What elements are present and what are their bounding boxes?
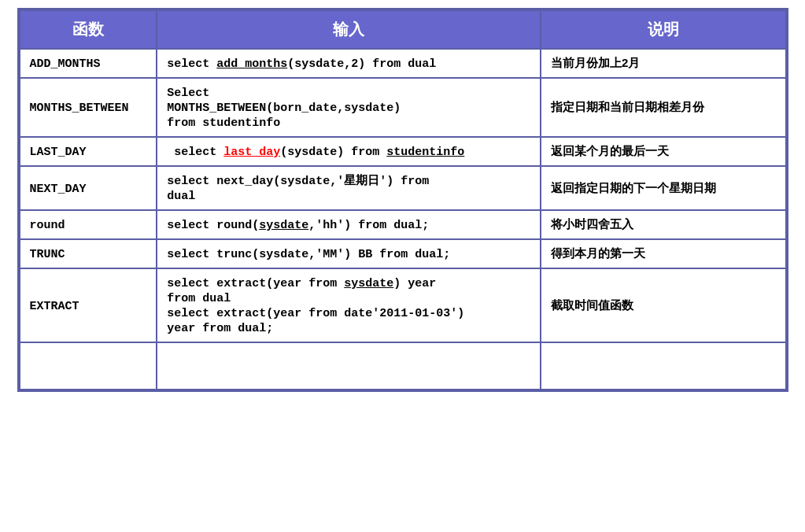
desc-cell: 截取时间值函数 <box>541 268 786 342</box>
func-name: MONTHS_BETWEEN <box>30 102 129 115</box>
empty-cell <box>541 342 786 390</box>
desc-text: 得到本月的第一天 <box>551 246 645 260</box>
empty-cell <box>20 342 157 390</box>
func-name: EXTRACT <box>30 300 79 313</box>
desc-cell: 当前月份加上2月 <box>541 49 786 78</box>
desc-text: 指定日期和当前日期相差月份 <box>551 100 704 113</box>
input-cell: SelectMONTHS_BETWEEN(born_date,sysdate)f… <box>157 78 541 137</box>
input-cell: select next_day(sysdate,'星期日') fromdual <box>157 166 541 210</box>
header-desc: 说明 <box>541 10 786 49</box>
desc-text: 返回某个月的最后一天 <box>551 144 669 157</box>
input-text: select round(sysdate,'hh') from dual; <box>167 219 429 232</box>
input-cell: select last_day(sysdate) from studentinf… <box>157 137 541 166</box>
functions-table: 函数 输入 说明 ADD_MONTHS select add_months(sy… <box>19 9 787 390</box>
input-text: select next_day(sysdate,'星期日') fromdual <box>167 175 429 203</box>
input-cell: select round(sysdate,'hh') from dual; <box>157 210 541 239</box>
header-input: 输入 <box>157 10 541 49</box>
input-cell: select extract(year from sysdate) yearfr… <box>157 268 541 342</box>
table-row: ADD_MONTHS select add_months(sysdate,2) … <box>20 49 786 78</box>
input-text: select add_months(sysdate,2) from dual <box>167 57 436 71</box>
input-cell: select trunc(sysdate,'MM') BB from dual; <box>157 239 541 268</box>
desc-text: 截取时间值函数 <box>551 298 633 312</box>
desc-cell: 得到本月的第一天 <box>541 239 786 268</box>
table-row: NEXT_DAY select next_day(sysdate,'星期日') … <box>20 166 786 210</box>
desc-cell: 将小时四舍五入 <box>541 210 786 239</box>
input-cell: select add_months(sysdate,2) from dual <box>157 49 541 78</box>
input-text: select last_day(sysdate) from studentinf… <box>167 146 464 159</box>
func-cell: round <box>20 210 157 239</box>
table-row: LAST_DAY select last_day(sysdate) from s… <box>20 137 786 166</box>
func-cell: TRUNC <box>20 239 157 268</box>
table-row: round select round(sysdate,'hh') from du… <box>20 210 786 239</box>
table-header-row: 函数 输入 说明 <box>20 10 786 49</box>
func-name: LAST_DAY <box>30 146 87 159</box>
func-cell: LAST_DAY <box>20 137 157 166</box>
input-text: select extract(year from sysdate) yearfr… <box>167 277 464 335</box>
table-row-empty <box>20 342 786 390</box>
func-name: ADD_MONTHS <box>30 57 101 71</box>
empty-cell <box>157 342 541 390</box>
input-text: select trunc(sysdate,'MM') BB from dual; <box>167 248 450 261</box>
func-name: TRUNC <box>30 248 65 261</box>
func-cell: ADD_MONTHS <box>20 49 157 78</box>
func-name: round <box>30 219 65 232</box>
desc-text: 当前月份加上2月 <box>551 56 640 69</box>
desc-cell: 指定日期和当前日期相差月份 <box>541 78 786 137</box>
func-cell: NEXT_DAY <box>20 166 157 210</box>
input-text: SelectMONTHS_BETWEEN(born_date,sysdate)f… <box>167 87 401 130</box>
table-row: EXTRACT select extract(year from sysdate… <box>20 268 786 342</box>
main-table-wrapper: 函数 输入 说明 ADD_MONTHS select add_months(sy… <box>17 8 788 392</box>
desc-text: 返回指定日期的下一个星期日期 <box>551 181 716 194</box>
table-row: TRUNC select trunc(sysdate,'MM') BB from… <box>20 239 786 268</box>
func-name: NEXT_DAY <box>30 183 87 196</box>
header-func: 函数 <box>20 10 157 49</box>
table-row: MONTHS_BETWEEN SelectMONTHS_BETWEEN(born… <box>20 78 786 137</box>
desc-cell: 返回指定日期的下一个星期日期 <box>541 166 786 210</box>
func-cell: EXTRACT <box>20 268 157 342</box>
desc-cell: 返回某个月的最后一天 <box>541 137 786 166</box>
func-cell: MONTHS_BETWEEN <box>20 78 157 137</box>
desc-text: 将小时四舍五入 <box>551 217 633 231</box>
